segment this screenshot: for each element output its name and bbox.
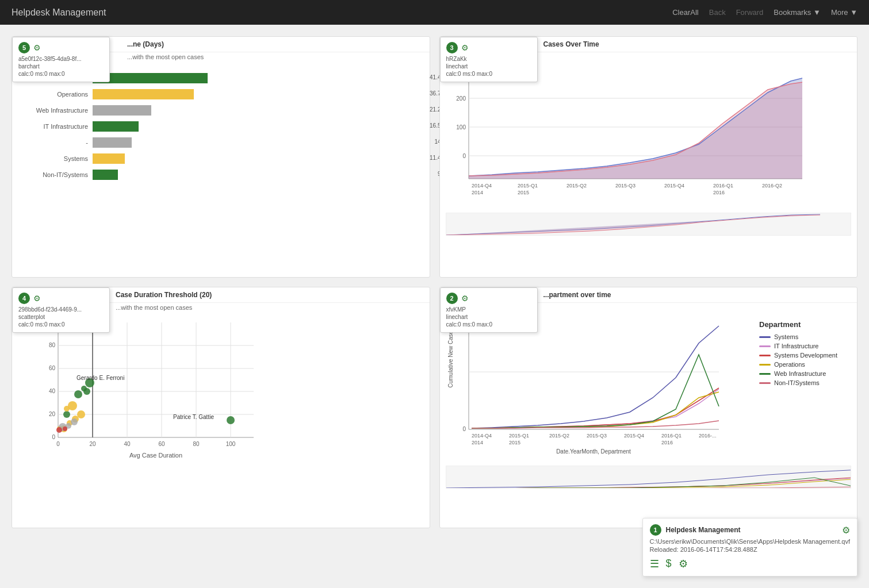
svg-text:2014-Q4: 2014-Q4 <box>472 433 492 439</box>
settings-icon[interactable]: ⚙ <box>679 558 688 570</box>
tooltip-gear-3[interactable]: ⚙ <box>461 43 469 52</box>
svg-text:2014-Q4: 2014-Q4 <box>472 183 492 189</box>
list-icon[interactable]: ☰ <box>650 558 659 570</box>
cases-mini-chart <box>446 213 852 236</box>
legend-item: Systems Development <box>759 352 851 359</box>
tooltip-id-3: hRZaKk <box>446 56 531 62</box>
bar-rows: Systems Develop... 41.4 Operations 36.7 … <box>18 72 424 181</box>
svg-text:100: 100 <box>226 441 236 447</box>
tooltip-badge-4: 4 <box>18 293 30 304</box>
svg-text:2016-...: 2016-... <box>699 433 717 439</box>
svg-text:2016-Q1: 2016-Q1 <box>661 433 682 439</box>
svg-text:20: 20 <box>49 411 56 417</box>
back-button[interactable]: Back <box>709 8 726 17</box>
legend-title: Department <box>759 320 851 329</box>
bar-row: - 14 <box>18 136 424 149</box>
bar-row: Operations 36.7 <box>18 88 424 101</box>
legend-item: Operations <box>759 361 851 368</box>
app-info-reload: Reloaded: 2016-06-14T17:54:28.488Z <box>650 546 850 553</box>
legend-label: Web Infrastructure <box>774 370 826 377</box>
bar-chart: Systems Develop... 41.4 Operations 36.7 … <box>18 72 424 181</box>
tooltip-calc: calc:0 ms:0 max:0 <box>18 71 104 77</box>
app-title: Helpdesk Management <box>12 7 672 18</box>
legend-item: IT Infrastructure <box>759 343 851 349</box>
forward-button[interactable]: Forward <box>736 8 764 17</box>
scatterplot-body: 100 80 60 40 20 0 0 20 40 60 80 100 Open… <box>12 311 430 474</box>
app-info-header: 1 Helpdesk Management ⚙ <box>650 524 850 536</box>
nav-actions: ClearAll Back Forward Bookmarks ▼ More ▼ <box>672 8 857 17</box>
chevron-down-icon: ▼ <box>813 8 821 17</box>
svg-text:80: 80 <box>193 441 200 447</box>
tooltip-badge-5: 5 <box>18 42 30 53</box>
tooltip-gear-5[interactable]: ⚙ <box>33 43 41 52</box>
svg-text:80: 80 <box>49 342 56 348</box>
svg-point-64 <box>71 418 78 425</box>
clearall-button[interactable]: ClearAll <box>672 8 699 17</box>
legend-dot <box>759 382 771 384</box>
bar-container: 36.7 <box>93 89 424 99</box>
bookmarks-button[interactable]: Bookmarks ▼ <box>774 8 821 17</box>
svg-text:Patrice T. Gattie: Patrice T. Gattie <box>173 414 214 420</box>
bar <box>93 121 139 132</box>
bar-label: - <box>18 139 93 146</box>
tooltip-type-3: linechart <box>446 63 531 70</box>
tooltip-gear-2[interactable]: ⚙ <box>461 294 469 303</box>
svg-text:40: 40 <box>49 388 56 394</box>
bar-container: 9 <box>93 170 424 180</box>
svg-point-50 <box>74 390 82 398</box>
svg-text:60: 60 <box>158 441 165 447</box>
legend-label: Systems Development <box>774 352 837 359</box>
tooltip-type-2: linechart <box>446 314 531 320</box>
tooltip-type-4: scatterplot <box>18 314 104 320</box>
legend-dot <box>759 364 771 366</box>
tooltip-id-4: 298bbd6d-f23d-4469-9... <box>18 306 104 313</box>
svg-text:2014: 2014 <box>472 440 483 445</box>
bar-container: 21.2 <box>93 105 424 116</box>
svg-text:Gerardo E. Ferroni: Gerardo E. Ferroni <box>76 375 124 381</box>
bar <box>93 105 151 116</box>
svg-text:2016: 2016 <box>661 440 673 445</box>
legend-item: Web Infrastructure <box>759 370 851 377</box>
svg-text:40: 40 <box>124 441 131 447</box>
cases-mini-svg <box>446 213 851 236</box>
bar-container: 16.5 <box>93 121 424 132</box>
bar-container: 14 <box>93 137 424 148</box>
tooltip-id: a5e0f12c-38f5-4da9-8f... <box>18 56 104 62</box>
tooltip-gear-4[interactable]: ⚙ <box>33 294 41 303</box>
legend-item: Systems <box>759 333 851 340</box>
svg-text:2014: 2014 <box>472 190 483 195</box>
app-info-actions: ☰ $ ⚙ <box>650 558 850 570</box>
legend-dot <box>759 345 771 347</box>
tooltip-badge-3: 3 <box>446 42 458 53</box>
linechart-dept-tooltip: 2 ⚙ xfvKMP linechart calc:0 ms:0 max:0 <box>440 287 538 333</box>
svg-text:2016: 2016 <box>713 190 725 195</box>
linechart-cases-tooltip: 3 ⚙ hRZaKk linechart calc:0 ms:0 max:0 <box>440 37 538 82</box>
bar-label: IT Infrastructure <box>18 123 93 130</box>
svg-text:0: 0 <box>52 434 55 440</box>
svg-text:100: 100 <box>456 124 466 130</box>
bar <box>93 137 132 148</box>
dollar-icon[interactable]: $ <box>666 558 672 570</box>
bar-container: 11.4 <box>93 153 424 164</box>
top-navigation: Helpdesk Management ClearAll Back Forwar… <box>0 0 869 25</box>
barchart-panel: 5 ⚙ a5e0f12c-38f5-4da9-8f... barchart ca… <box>12 36 430 278</box>
svg-text:2015-Q3: 2015-Q3 <box>587 433 607 439</box>
svg-text:0: 0 <box>462 153 466 159</box>
tooltip-type: barchart <box>18 63 104 70</box>
bar-label: Web Infrastructure <box>18 107 93 114</box>
svg-point-52 <box>83 388 90 395</box>
tooltip-id-2: xfvKMP <box>446 306 531 313</box>
bar <box>93 170 118 180</box>
tooltip-calc-3: calc:0 ms:0 max:0 <box>446 71 531 77</box>
dept-mini-chart <box>446 466 852 489</box>
bar-row: Systems 11.4 <box>18 152 424 165</box>
app-info-gear[interactable]: ⚙ <box>842 525 850 536</box>
legend-dot <box>759 373 771 375</box>
svg-marker-20 <box>469 82 802 179</box>
dept-mini-svg <box>446 466 851 489</box>
svg-text:Date.YearMonth, Department: Date.YearMonth, Department <box>556 448 631 455</box>
svg-text:60: 60 <box>49 365 56 371</box>
bar-row: Non-IT/Systems 9 <box>18 168 424 181</box>
linechart-dept-panel: 2 ⚙ xfvKMP linechart calc:0 ms:0 max:0 .… <box>439 287 858 528</box>
more-button[interactable]: More ▼ <box>831 8 857 17</box>
